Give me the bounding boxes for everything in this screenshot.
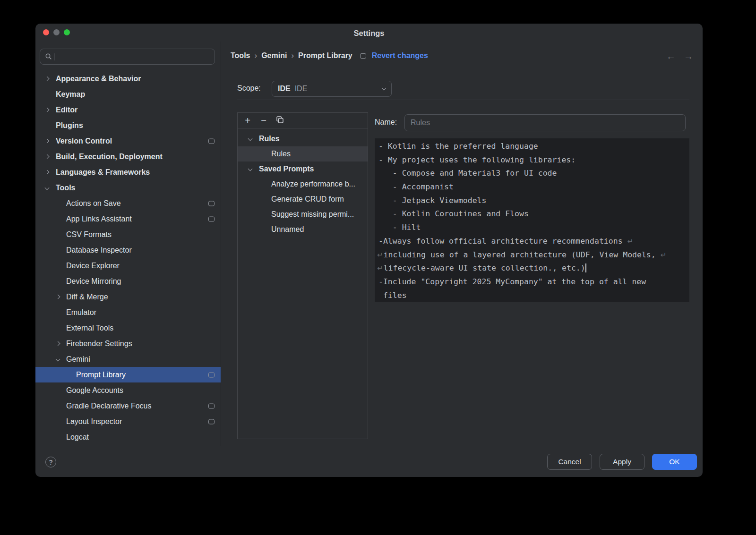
soft-wrap-icon: ↵ bbox=[627, 237, 634, 246]
help-label: ? bbox=[49, 459, 53, 466]
prompt-group-rules[interactable]: Rules bbox=[238, 131, 368, 146]
prompt-item-unnamed[interactable]: Unnamed bbox=[238, 222, 368, 237]
zoom-button[interactable] bbox=[64, 29, 70, 35]
soft-wrap-icon: ↵ bbox=[661, 251, 667, 259]
prompt-list-panel: + − RulesRulesSaved PromptsAnalyze perfo… bbox=[237, 112, 368, 439]
soft-wrap-icon: ↵ bbox=[377, 264, 383, 272]
sidebar-item-logcat[interactable]: Logcat bbox=[35, 429, 221, 445]
apply-button[interactable]: Apply bbox=[600, 454, 644, 470]
close-button[interactable] bbox=[43, 29, 49, 35]
editor-line: - Jetpack Viewmodels bbox=[378, 194, 689, 208]
minimize-button[interactable] bbox=[53, 29, 60, 35]
name-row: Name: Rules bbox=[375, 114, 686, 131]
prompt-item-rules[interactable]: Rules bbox=[238, 146, 368, 161]
editor-line: - My project uses the following librarie… bbox=[378, 153, 689, 167]
text-caret bbox=[585, 263, 586, 272]
sidebar-item-external-tools[interactable]: External Tools bbox=[35, 320, 221, 336]
sidebar-item-csv-formats[interactable]: CSV Formats bbox=[35, 227, 221, 242]
sidebar-item-database-inspector[interactable]: Database Inspector bbox=[35, 242, 221, 258]
editor-line-text: - Compose and Material3 for UI code bbox=[378, 169, 557, 178]
breadcrumb-item-prompt-library[interactable]: Prompt Library bbox=[298, 51, 352, 60]
breadcrumb-item-tools[interactable]: Tools bbox=[231, 51, 250, 60]
prompt-item-label: Unnamed bbox=[238, 225, 304, 234]
sidebar-item-plugins[interactable]: Plugins bbox=[35, 118, 221, 133]
divider bbox=[237, 100, 689, 100]
prompt-group-saved-prompts[interactable]: Saved Prompts bbox=[238, 161, 368, 177]
breadcrumb-item-gemini[interactable]: Gemini bbox=[261, 51, 287, 60]
help-button[interactable]: ? bbox=[45, 457, 56, 467]
add-button[interactable]: + bbox=[242, 115, 253, 126]
sidebar-item-label: App Links Assistant bbox=[35, 215, 132, 223]
sidebar-item-label: Logcat bbox=[35, 433, 89, 442]
chevron-down-icon bbox=[382, 86, 387, 91]
editor-line-text: files bbox=[378, 291, 407, 300]
scope-row: Scope: IDE IDE bbox=[237, 81, 703, 97]
sidebar-item-build-execution-deployment[interactable]: Build, Execution, Deployment bbox=[35, 149, 221, 164]
editor-line-text: -Include "Copyright 2025 MyCompany" at t… bbox=[378, 277, 646, 286]
editor-line-text: - Hilt bbox=[378, 223, 421, 232]
sidebar-item-app-links-assistant[interactable]: App Links Assistant bbox=[35, 211, 221, 227]
editor-line-text: - Accompanist bbox=[378, 182, 454, 191]
sidebar-item-label: Plugins bbox=[35, 121, 83, 130]
sidebar-item-label: Actions on Save bbox=[35, 199, 121, 208]
sidebar-item-label: Keymap bbox=[35, 90, 85, 99]
sidebar-item-gradle-declarative-focus[interactable]: Gradle Declarative Focus bbox=[35, 398, 221, 414]
sidebar-item-actions-on-save[interactable]: Actions on Save bbox=[35, 195, 221, 211]
prompt-name-input[interactable]: Rules bbox=[404, 114, 686, 131]
sidebar-item-layout-inspector[interactable]: Layout Inspector bbox=[35, 414, 221, 429]
sidebar-item-google-accounts[interactable]: Google Accounts bbox=[35, 382, 221, 398]
cancel-button[interactable]: Cancel bbox=[547, 454, 592, 470]
sidebar-item-editor[interactable]: Editor bbox=[35, 102, 221, 118]
sidebar-item-keymap[interactable]: Keymap bbox=[35, 86, 221, 102]
prompt-text-editor[interactable]: - Kotlin is the preferred language- My p… bbox=[375, 138, 689, 302]
settings-search-input[interactable] bbox=[40, 49, 215, 65]
sidebar-item-device-explorer[interactable]: Device Explorer bbox=[35, 258, 221, 273]
breadcrumb-separator: › bbox=[291, 51, 294, 60]
text-caret bbox=[54, 53, 54, 60]
back-button[interactable]: ← bbox=[666, 51, 676, 62]
copy-button[interactable] bbox=[274, 115, 285, 126]
sidebar-item-label: External Tools bbox=[35, 324, 113, 332]
sidebar-item-label: Build, Execution, Deployment bbox=[35, 153, 163, 161]
sidebar-item-label: Diff & Merge bbox=[35, 293, 108, 301]
name-label: Name: bbox=[375, 118, 397, 127]
sidebar-item-diff-merge[interactable]: Diff & Merge bbox=[35, 289, 221, 305]
editor-line: -Include "Copyright 2025 MyCompany" at t… bbox=[378, 275, 689, 289]
sidebar-item-languages-frameworks[interactable]: Languages & Frameworks bbox=[35, 164, 221, 180]
sidebar-tree: Appearance & BehaviorKeymapEditorPlugins… bbox=[35, 71, 221, 445]
remove-button[interactable]: − bbox=[258, 115, 269, 126]
prompt-item-suggest-missing-permi[interactable]: Suggest missing permi... bbox=[238, 207, 368, 222]
sidebar-item-label: Device Mirroring bbox=[35, 277, 121, 286]
footer: ? Cancel Apply OK bbox=[35, 446, 703, 477]
ok-button[interactable]: OK bbox=[652, 454, 697, 470]
sidebar-item-gemini[interactable]: Gemini bbox=[35, 351, 221, 367]
sidebar-item-appearance-behavior[interactable]: Appearance & Behavior bbox=[35, 71, 221, 86]
forward-button[interactable]: → bbox=[684, 51, 693, 62]
sidebar-item-version-control[interactable]: Version Control bbox=[35, 133, 221, 149]
revert-changes-link[interactable]: Revert changes bbox=[372, 51, 428, 60]
screen-icon bbox=[208, 201, 215, 206]
traffic-lights bbox=[43, 29, 70, 35]
sidebar-item-label: Editor bbox=[35, 106, 77, 114]
sidebar-item-tools[interactable]: Tools bbox=[35, 180, 221, 195]
main-panel: Tools›Gemini›Prompt LibraryRevert change… bbox=[221, 42, 703, 446]
history-nav: ← → bbox=[666, 51, 693, 62]
modified-settings-icon bbox=[360, 53, 366, 59]
sidebar-item-label: CSV Formats bbox=[35, 230, 112, 239]
sidebar-item-device-mirroring[interactable]: Device Mirroring bbox=[35, 273, 221, 289]
prompt-item-analyze-performance-b[interactable]: Analyze performance b... bbox=[238, 177, 368, 192]
prompt-item-generate-crud-form[interactable]: Generate CRUD form bbox=[238, 192, 368, 207]
screen-icon bbox=[208, 216, 215, 221]
prompt-item-label: Analyze performance b... bbox=[238, 180, 355, 188]
sidebar-item-firebender-settings[interactable]: Firebender Settings bbox=[35, 336, 221, 351]
scope-dropdown[interactable]: IDE IDE bbox=[272, 81, 392, 97]
sidebar-item-prompt-library[interactable]: Prompt Library bbox=[35, 367, 221, 382]
prompt-item-label: Suggest missing permi... bbox=[238, 210, 354, 219]
editor-line: - Compose and Material3 for UI code bbox=[378, 167, 689, 180]
sidebar-item-label: Google Accounts bbox=[35, 386, 123, 395]
editor-line-text: lifecycle-aware UI state collection., et… bbox=[384, 263, 585, 272]
editor-line-text: including use of a layered architecture … bbox=[384, 250, 661, 259]
search-icon bbox=[45, 53, 52, 60]
sidebar-item-emulator[interactable]: Emulator bbox=[35, 305, 221, 320]
editor-line: ↵including use of a layered architecture… bbox=[378, 248, 689, 262]
